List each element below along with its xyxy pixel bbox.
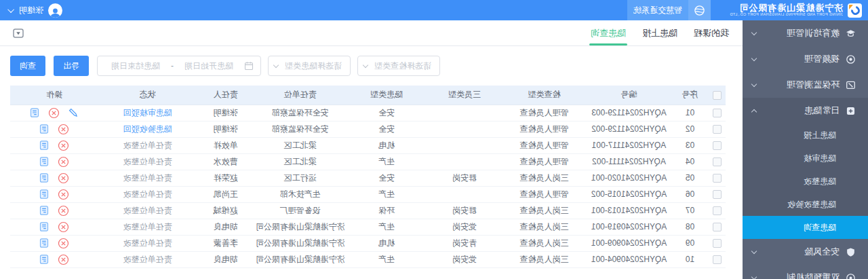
san-type-cell: 群安岗 [427,202,502,219]
user-menu[interactable]: 张继明 [0,0,62,20]
row-checkbox[interactable] [713,190,722,199]
document-icon[interactable] [39,205,50,216]
edit-icon[interactable] [68,107,79,118]
person-cell: 王尚凯 [197,186,254,202]
unit-cell: 梁北工区 [254,137,346,153]
sidebar-item-safety-risk[interactable]: 安全风险 [743,239,868,265]
company-name: 济宁港航梁山港有限公司 [730,3,843,13]
reject-icon[interactable] [58,205,70,217]
reject-icon[interactable] [58,156,70,168]
hazard-type-cell: 生产 [346,153,427,170]
person-cell: 胡电良 [197,219,254,235]
select-all-checkbox[interactable] [713,91,722,100]
row-checkbox[interactable] [713,223,722,231]
exit-screen-icon[interactable] [12,27,24,39]
reject-icon[interactable] [58,254,70,265]
document-icon[interactable] [39,254,50,265]
row-checkbox[interactable] [713,239,722,248]
tabs-bar: 我的课程 隐患上报 隐患查询 [0,20,743,46]
reject-icon[interactable] [58,221,70,233]
circle-dot-icon [846,273,856,279]
sidebar-item-env-monitor[interactable]: 环保监测管理 [743,72,868,98]
document-icon[interactable] [39,156,50,167]
reject-icon[interactable] [49,107,60,119]
document-icon[interactable] [39,221,50,232]
row-checkbox[interactable] [713,255,722,264]
check-type-cell: 三岗人员检查 [502,235,587,251]
check-type-cell: 管理人员检查 [502,153,587,170]
hazard-type-cell: 机电 [346,235,427,251]
document-icon[interactable] [30,107,41,118]
tab-my-courses[interactable]: 我的课程 [687,20,736,45]
col-actions: 操作 [10,86,98,105]
status-cell: 责任单位整改 [98,219,197,235]
export-button[interactable]: 导出 [54,56,89,76]
code-cell: AQYH20240904-001 [587,251,671,267]
row-checkbox[interactable] [713,141,722,150]
reject-icon[interactable] [58,124,70,135]
avatar [48,3,62,18]
san-type-cell: 群安岗 [427,170,502,186]
row-checkbox[interactable] [713,109,722,117]
globe-logo-icon [688,0,711,20]
row-checkbox-cell [709,251,726,267]
hazard-type-cell: 生产 [346,251,427,267]
row-checkbox[interactable] [713,174,722,183]
sidebar-subitem-hazard-query[interactable]: 隐患查询 [743,216,868,239]
sidebar-item-daily-hazard[interactable]: 日常隐患 [743,98,868,124]
sidebar-subitem-hazard-rectify-accept[interactable]: 隐患整改验收 [743,193,868,216]
status-cell: 责任单位整改 [98,186,197,202]
code-cell: AQYH20241111-002 [587,153,671,170]
sidebar-subitem-hazard-review[interactable]: 隐患审核 [743,147,868,170]
status-cell: 责任单位整改 [98,202,197,219]
chevron-down-icon [7,6,14,13]
reject-icon[interactable] [58,172,70,184]
tab-hazard-report[interactable]: 隐患上报 [635,20,684,45]
date-range-input[interactable]: 隐患开始日期 - 隐患结束日期 [97,56,261,76]
sidebar-item-education[interactable]: 教育培训管理 [743,20,868,46]
sidebar-item-video[interactable]: 视频管理 [743,46,868,72]
hazard-type-select[interactable]: 请选择隐患类型 [268,56,351,76]
actions-cell [10,235,98,251]
actions-cell [10,170,98,186]
user-name: 张继明 [19,5,43,16]
row-checkbox[interactable] [713,157,722,166]
check-type-cell: 三岗人员检查 [502,219,587,235]
tab-hazard-query[interactable]: 隐患查询 [584,20,633,45]
query-button[interactable]: 查询 [10,56,45,76]
san-type-cell [427,121,502,137]
seq-cell: 06 [671,186,709,202]
col-check-type: 检查类型 [502,86,587,105]
sidebar-item-dual-prevention[interactable]: 双重预防机制 [743,265,868,279]
company-logo-icon [848,3,862,18]
row-checkbox[interactable] [713,125,722,134]
document-icon[interactable] [39,238,50,248]
seq-cell: 05 [671,170,709,186]
hazard-type-cell: 安全 [346,170,427,186]
actions-cell [10,137,98,153]
hazard-table: 序号 编号 检查类型 三员类型 隐患类型 责任单位 责任人 状态 操作 01 A… [10,86,726,268]
check-type-cell: 三岗人员检查 [502,251,587,267]
status-cell: 隐患验收驳回 [98,121,197,137]
actions-cell [10,153,98,170]
reject-icon[interactable] [58,238,70,249]
reject-icon[interactable] [58,189,70,200]
status-cell: 责任单位整改 [98,153,197,170]
row-checkbox[interactable] [713,206,722,215]
check-type-select[interactable]: 请选择检查类型 [357,56,440,76]
reject-icon[interactable] [58,140,70,151]
document-icon[interactable] [39,172,50,183]
monitor-edit-icon [846,80,856,90]
col-unit: 责任单位 [254,86,346,105]
table-row: 08 AQYH20240919-001 三岗人员检查 党安岗 生产 济宁港航梁山… [10,219,726,235]
document-icon[interactable] [39,140,50,151]
actions-cell [10,121,98,137]
switch-system-button[interactable]: 智慧交通系统 [627,0,711,20]
document-icon[interactable] [39,124,50,134]
sidebar-subitem-hazard-report[interactable]: 隐患上报 [743,124,868,147]
table-row: 06 AQYH20241015-002 管理人员检查 生产 生产技术部 王尚凯 … [10,186,726,202]
row-checkbox-cell [709,137,726,153]
document-icon[interactable] [39,189,50,200]
sidebar-subitem-hazard-rectify[interactable]: 隐患整改 [743,170,868,193]
status-cell: 责任单位整改 [98,235,197,251]
